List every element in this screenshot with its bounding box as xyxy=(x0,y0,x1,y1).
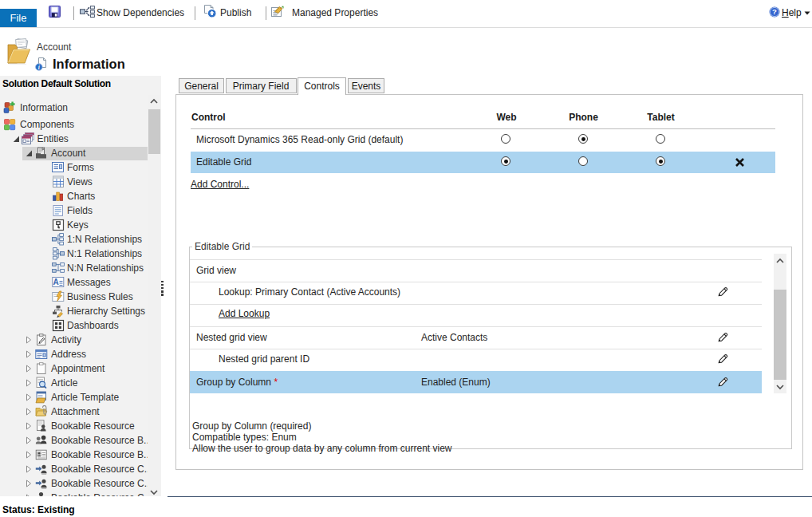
svg-text:?: ? xyxy=(772,7,777,16)
svg-text:A: A xyxy=(53,278,58,286)
